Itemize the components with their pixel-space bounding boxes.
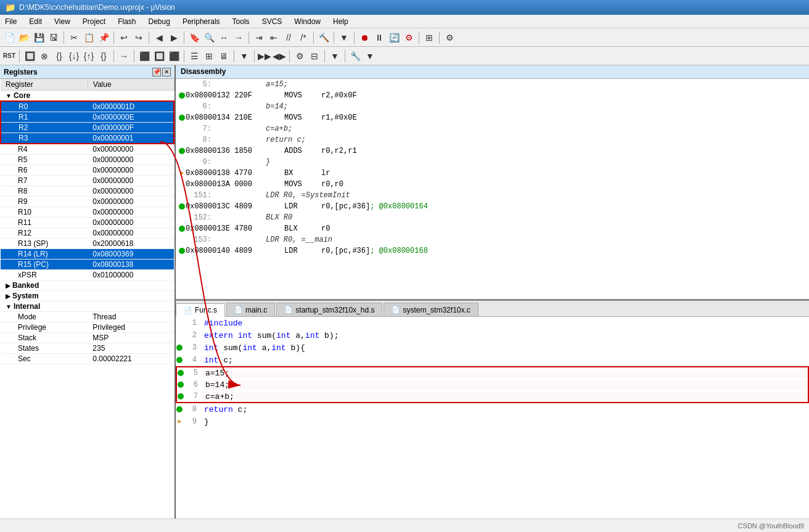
- tab-startup_stm32f10x_hd-s[interactable]: 📄startup_stm32f10x_hd.s: [276, 303, 382, 316]
- reg-row-r2[interactable]: R20x0000000F: [1, 123, 174, 133]
- reg-group-internal[interactable]: ▼Internal: [1, 301, 174, 312]
- pin-btn[interactable]: 📌: [152, 68, 161, 76]
- tb2-b1[interactable]: 🔲: [23, 49, 36, 63]
- cut-btn[interactable]: ✂: [67, 31, 81, 44]
- fwd-btn[interactable]: ▶: [167, 31, 181, 44]
- tab-system_stm32f10x-c[interactable]: 📄system_stm32f10x.c: [384, 303, 478, 316]
- reg-row-states[interactable]: States235: [1, 343, 174, 354]
- menu-svcs[interactable]: SVCS: [260, 17, 285, 27]
- reg-group-system[interactable]: ▶System: [1, 291, 174, 301]
- breakpoint-dot[interactable]: [179, 148, 185, 154]
- menu-edit[interactable]: Edit: [27, 17, 44, 27]
- menu-flash[interactable]: Flash: [115, 17, 138, 27]
- tb2-b11[interactable]: ☰: [187, 49, 201, 63]
- comment-btn[interactable]: //: [282, 31, 295, 44]
- tb2-b19[interactable]: ▼: [328, 49, 342, 63]
- window-btn[interactable]: ⊞: [422, 31, 436, 44]
- reg-row-r11[interactable]: R110x00000000: [1, 218, 174, 228]
- reg-row-r6[interactable]: R60x00000000: [1, 165, 174, 176]
- code-breakpoint-dot[interactable]: [178, 370, 184, 376]
- open-btn[interactable]: 📂: [17, 31, 31, 44]
- tb2-b5[interactable]: {↑}: [82, 49, 96, 63]
- tb2-b16[interactable]: ◀▶: [273, 49, 286, 63]
- copy-btn[interactable]: 📋: [82, 31, 96, 44]
- tb2-b3[interactable]: {}: [52, 49, 66, 63]
- tb2-b10[interactable]: ⬛: [167, 49, 181, 63]
- code-breakpoint-dot[interactable]: [178, 382, 184, 388]
- reg-row-r14--lr-[interactable]: R14 (LR)0x08000369: [1, 249, 174, 260]
- stop-btn[interactable]: ⏸: [372, 31, 386, 44]
- tb2-b2[interactable]: ⊗: [38, 49, 51, 63]
- close-panel-btn[interactable]: ✕: [162, 68, 171, 76]
- menu-project[interactable]: Project: [80, 17, 108, 27]
- reg-row-privilege[interactable]: PrivilegePrivileged: [1, 322, 174, 333]
- redo-btn[interactable]: ↪: [132, 31, 146, 44]
- breakpoint-dot[interactable]: [179, 203, 185, 210]
- tb2-b6[interactable]: {}: [97, 49, 110, 63]
- reg-row-r12[interactable]: R120x00000000: [1, 228, 174, 239]
- reg-row-stack[interactable]: StackMSP: [1, 333, 174, 343]
- tb2-b12[interactable]: ⊞: [202, 49, 216, 63]
- tb2-b4[interactable]: {↓}: [67, 49, 81, 63]
- bookmark-btn[interactable]: 🔖: [187, 31, 201, 44]
- reg-row-r9[interactable]: R90x00000000: [1, 197, 174, 207]
- reg-row-r13--sp-[interactable]: R13 (SP)0x20000618: [1, 239, 174, 249]
- find-btn[interactable]: 🔍: [202, 31, 216, 44]
- tb2-b20[interactable]: 🔧: [348, 49, 362, 63]
- reg-row-r7[interactable]: R70x00000000: [1, 176, 174, 186]
- settings-btn[interactable]: ⚙: [443, 31, 456, 44]
- code-breakpoint-dot[interactable]: [176, 357, 183, 363]
- save-all-btn[interactable]: 🖫: [47, 31, 60, 44]
- code-breakpoint-dot[interactable]: [178, 393, 184, 399]
- replace-btn[interactable]: ↔: [217, 31, 231, 44]
- step-btn[interactable]: ⚙: [402, 31, 416, 44]
- tb2-b14[interactable]: ▼: [237, 49, 251, 63]
- reg-row-r1[interactable]: R10x0000000E: [1, 112, 174, 123]
- reg-row-xpsr[interactable]: xPSR0x01000000: [1, 270, 174, 280]
- disassembly-content[interactable]: 5:a=15;0x08000132 220FMOVS r2,#0x0F6:b=1…: [176, 79, 809, 301]
- code-editor[interactable]: 1#include2extern int sum(int a,int b);3i…: [176, 317, 809, 518]
- tb2-b15[interactable]: ▶▶: [258, 49, 271, 63]
- reset-btn[interactable]: 🔄: [387, 31, 401, 44]
- reg-row-r8[interactable]: R80x00000000: [1, 186, 174, 197]
- tb2-b8[interactable]: ⬛: [138, 49, 151, 63]
- undo-btn[interactable]: ↩: [117, 31, 131, 44]
- code-breakpoint-dot[interactable]: [176, 406, 183, 412]
- registers-content[interactable]: Register Value ▼CoreR00x0000001DR10x0000…: [0, 79, 175, 518]
- menu-peripherals[interactable]: Peripherals: [180, 17, 223, 27]
- reg-group-banked[interactable]: ▶Banked: [1, 280, 174, 291]
- reg-row-r4[interactable]: R40x00000000: [1, 144, 174, 155]
- run-btn[interactable]: ⏺: [358, 31, 371, 44]
- breakpoint-dot[interactable]: [179, 226, 185, 232]
- unindent-btn[interactable]: ⇤: [267, 31, 281, 44]
- reg-group-core[interactable]: ▼Core: [1, 91, 174, 102]
- menu-debug[interactable]: Debug: [146, 17, 173, 27]
- reg-row-r5[interactable]: R50x00000000: [1, 155, 174, 165]
- breakpoint-dot[interactable]: [179, 92, 185, 99]
- reg-row-r0[interactable]: R00x0000001D: [1, 101, 174, 112]
- menu-help[interactable]: Help: [331, 17, 351, 27]
- rst-btn[interactable]: RST: [2, 49, 16, 63]
- reg-row-r3[interactable]: R30x00000001: [1, 133, 174, 144]
- menu-window[interactable]: Window: [292, 17, 323, 27]
- menu-view[interactable]: View: [52, 17, 73, 27]
- goto-btn[interactable]: →: [232, 31, 245, 44]
- tb2-b18[interactable]: ⊟: [308, 49, 321, 63]
- tb2-b9[interactable]: 🔲: [152, 49, 166, 63]
- tb2-b17[interactable]: ⚙: [293, 49, 306, 63]
- breakpoint-dot[interactable]: [179, 115, 185, 121]
- uncomment-btn[interactable]: /*: [297, 31, 310, 44]
- tb2-b21[interactable]: ▼: [363, 49, 377, 63]
- tb2-b13[interactable]: 🖥: [217, 49, 231, 63]
- indent-btn[interactable]: ⇥: [252, 31, 266, 44]
- reg-row-r10[interactable]: R100x00000000: [1, 207, 174, 218]
- paste-btn[interactable]: 📌: [97, 31, 110, 44]
- tab-Func-s[interactable]: 📄Func.s: [176, 303, 225, 317]
- new-btn[interactable]: 📄: [2, 31, 16, 44]
- tb2-b7[interactable]: →: [117, 49, 131, 63]
- reg-row-mode[interactable]: ModeThread: [1, 312, 174, 322]
- breakpoint-dot[interactable]: [179, 248, 185, 254]
- menu-tools[interactable]: Tools: [230, 17, 252, 27]
- code-breakpoint-dot[interactable]: [176, 345, 183, 351]
- menu-file[interactable]: File: [2, 17, 19, 27]
